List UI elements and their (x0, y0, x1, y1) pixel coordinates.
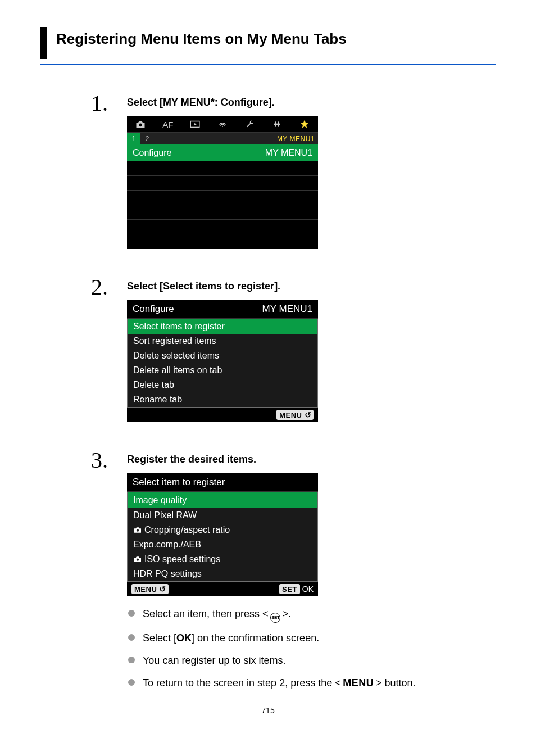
menu1-item-configure: Configure MY MENU1 (127, 144, 318, 161)
step-number: 3 (91, 447, 108, 473)
section-heading: Registering Menu Items on My Menu Tabs (40, 27, 496, 65)
menu3-item: Dual Pixel RAW (128, 508, 317, 523)
menu-back-pill-label: MENU (279, 411, 302, 419)
menu2-item: Delete tab (128, 378, 317, 392)
menu3-item-label: Cropping/aspect ratio (144, 525, 230, 535)
menu2-item: Sort registered items (128, 334, 317, 348)
note-item: You can register up to six items. (127, 653, 496, 668)
note-text: Select [ (143, 632, 176, 644)
svg-point-7 (137, 559, 139, 561)
menu-screenshot-1: AF (127, 116, 318, 249)
menu1-empty-row (127, 220, 318, 234)
menu2-item: Delete all items on tab (128, 363, 317, 378)
menu3-item: Cropping/aspect ratio (128, 523, 317, 537)
menu-subtab-label: MY MENU1 (277, 135, 318, 143)
section-title: Registering Menu Items on My Menu Tabs (56, 30, 496, 48)
menu3-footer: MENU ↻ SET OK (127, 582, 318, 596)
step3-notes: Select an item, then press < SET >. Sele… (127, 606, 496, 690)
step-2: 2 Select [Select items to register]. Con… (91, 280, 496, 422)
step-title-pre: Select [ (127, 97, 163, 108)
af-tab-icon: AF (155, 116, 182, 132)
step-3: 3 Register the desired items. Select ite… (91, 454, 496, 690)
menu3-item-label: Image quality (133, 495, 187, 505)
menu1-item-value: MY MENU1 (265, 148, 312, 158)
step-number: 2 (91, 274, 108, 300)
note-item: Select [OK] on the confirmation screen. (127, 631, 496, 645)
svg-point-2 (222, 126, 223, 127)
step-title-bold: MY MENU*: Configure (163, 97, 269, 108)
note-text: ] on the confirmation screen. (192, 632, 319, 644)
menu2-item: Delete selected items (128, 348, 317, 363)
return-arrow-icon: ↻ (158, 585, 166, 593)
menu3-item: ISO speed settings (128, 552, 317, 567)
step-title-post: ]. (274, 280, 280, 292)
menu3-item-label: ISO speed settings (144, 554, 220, 564)
menu1-empty-row (127, 205, 318, 220)
section-divider (40, 64, 496, 65)
note-item: Select an item, then press < SET >. (127, 606, 496, 623)
menu-subtab-2: 2 (140, 133, 154, 144)
svg-point-0 (139, 123, 142, 126)
menu1-empty-row (127, 191, 318, 205)
menu-tab-bar: AF (127, 116, 318, 132)
play-tab-icon (181, 116, 209, 132)
return-arrow-icon: ↻ (304, 411, 311, 419)
step-title-pre: Select [ (127, 280, 163, 292)
note-text: >. (280, 608, 291, 619)
set-pill: SET (279, 584, 300, 594)
menu3-head-label: Select item to register (133, 477, 225, 488)
menu3-item: HDR PQ settings (128, 567, 317, 581)
menu3-item: Image quality (128, 492, 317, 508)
menu2-item: Select items to register (128, 319, 317, 334)
menu-subtab-1: 1 (127, 133, 140, 144)
camera-small-icon (133, 525, 142, 535)
camera-small-icon (133, 554, 142, 564)
menu-back-pill: MENU ↻ (131, 584, 169, 594)
menu2-head-value: MY MENU1 (262, 304, 312, 315)
menu-back-pill: MENU ↻ (276, 410, 314, 420)
note-text: > button. (374, 677, 415, 689)
note-item: To return to the screen in step 2, press… (127, 676, 496, 690)
star-tab-icon (290, 116, 318, 132)
svg-rect-4 (275, 121, 276, 126)
menu1-item-label: Configure (133, 148, 171, 158)
menu2-head-label: Configure (133, 304, 174, 315)
step-title: Register the desired items. (127, 454, 496, 465)
menu-back-pill-label: MENU (134, 585, 157, 594)
menu2-head: Configure MY MENU1 (127, 300, 318, 319)
set-button-icon: SET (270, 613, 280, 623)
camera-tab-icon (127, 116, 155, 132)
wrench-tab-icon (236, 116, 264, 132)
menu3-item: Expo.comp./AEB (128, 537, 317, 552)
note-text: Select an item, then press < (143, 608, 270, 619)
menu2-item: Rename tab (128, 392, 317, 407)
wireless-tab-icon (209, 116, 237, 132)
menu1-empty-row (127, 176, 318, 191)
svg-point-6 (137, 529, 139, 532)
step-title: Select [Select items to register]. (127, 280, 496, 292)
menu-subtab-row: 1 2 MY MENU1 (127, 132, 318, 144)
custom-tab-icon (264, 116, 291, 132)
step-title: Select [MY MENU*: Configure]. (127, 97, 496, 108)
menu-word-icon: MENU (343, 677, 374, 689)
svg-rect-5 (278, 121, 279, 126)
menu-screenshot-2: Configure MY MENU1 Select items to regis… (127, 300, 318, 422)
step-title-post: ]. (269, 97, 275, 108)
menu3-head: Select item to register (127, 473, 318, 492)
menu1-empty-row (127, 234, 318, 249)
scroll-indicator (310, 495, 312, 506)
step-1: 1 Select [MY MENU*: Configure]. AF (91, 97, 496, 249)
ok-text: OK (302, 585, 314, 594)
menu-screenshot-3: Select item to register Image quality Du… (127, 473, 318, 596)
menu1-empty-row (127, 161, 318, 176)
step-number: 1 (91, 90, 108, 116)
page-number: 715 (40, 706, 496, 715)
svg-rect-3 (274, 124, 280, 125)
menu2-footer: MENU ↻ (127, 408, 318, 422)
step-title-bold: Select items to register (163, 280, 274, 292)
note-text: To return to the screen in step 2, press… (143, 677, 343, 689)
note-bold: OK (176, 632, 192, 644)
